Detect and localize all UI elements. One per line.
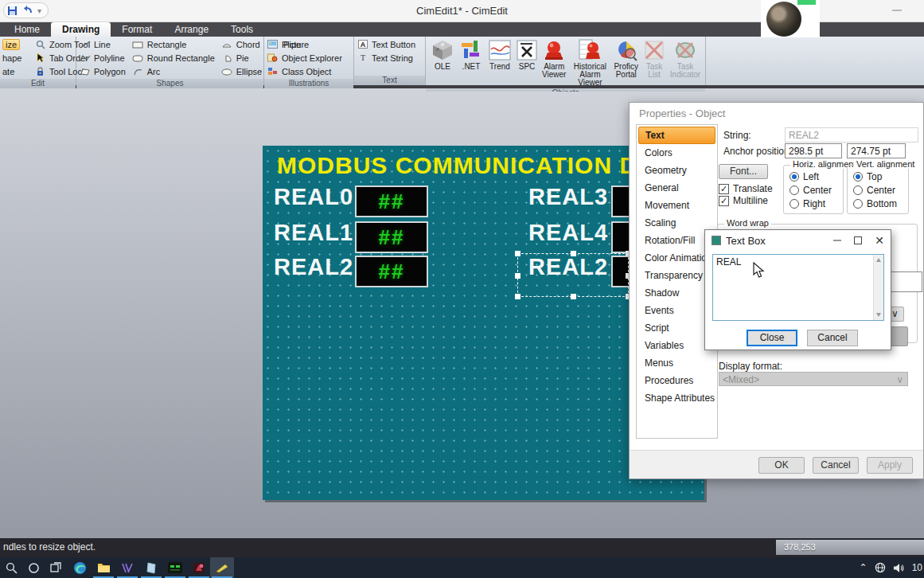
clock[interactable]: 10 <box>912 562 922 573</box>
anchor-x-input[interactable]: 298.5 pt <box>785 143 842 158</box>
proficy-portal-button[interactable]: Proficy Portal <box>611 37 641 80</box>
tab-arrange[interactable]: Arrange <box>163 22 220 37</box>
object-explorer-button[interactable]: Object Explorer <box>267 51 351 64</box>
tab-format[interactable]: Format <box>111 22 163 37</box>
value-display-real1[interactable]: ## <box>355 221 428 253</box>
horiz-right-radio[interactable]: Right <box>789 197 843 210</box>
tab-home[interactable]: Home <box>3 22 51 37</box>
webcam-overlay <box>761 0 820 37</box>
cimplicity-project-icon[interactable] <box>167 560 183 576</box>
polygon-button[interactable]: Polygon <box>79 64 126 78</box>
vert-center-radio[interactable]: Center <box>853 183 908 197</box>
expression-input-fragment[interactable] <box>891 271 922 292</box>
tab-tools[interactable]: Tools <box>220 22 264 37</box>
text-button-button[interactable]: AText Button <box>357 37 423 51</box>
lock-icon <box>34 67 46 76</box>
textbox-maximize-icon[interactable] <box>854 236 862 244</box>
font-button[interactable]: Font... <box>719 164 768 179</box>
purple-app-icon[interactable] <box>119 560 135 576</box>
rotate-tool-button[interactable]: ate <box>2 64 31 78</box>
pie-icon <box>221 53 233 62</box>
resize-tool-button[interactable]: ize <box>2 39 20 50</box>
selection-handle-w[interactable] <box>515 273 520 279</box>
text-box-textarea[interactable]: REAL <box>712 254 884 321</box>
textbox-minimize-icon[interactable] <box>833 240 841 241</box>
display-format-label: Display format: <box>719 361 782 372</box>
spc-button[interactable]: SPC <box>514 37 540 72</box>
ok-button[interactable]: OK <box>758 457 805 474</box>
multiline-checkbox[interactable]: ✓Multiline <box>719 195 768 206</box>
dotnet-button[interactable]: .NET <box>457 37 485 72</box>
document-app-icon[interactable] <box>143 560 159 576</box>
canvas-text-real4[interactable]: REAL4 <box>528 220 608 246</box>
textbox-close-icon[interactable]: ✕ <box>875 235 884 246</box>
value-display-real0[interactable]: ## <box>355 186 428 217</box>
pie-button[interactable]: Pie <box>221 51 262 64</box>
canvas-text-real0[interactable]: REAL0 <box>274 184 353 210</box>
picture-button[interactable]: Picture <box>267 37 351 51</box>
textbox-cancel-button[interactable]: Cancel <box>807 330 858 346</box>
selection-handle-sw[interactable] <box>515 294 520 299</box>
rectangle-button[interactable]: Rectangle <box>132 37 215 51</box>
canvas-text-real1[interactable]: REAL1 <box>274 220 353 246</box>
task-view-icon[interactable] <box>48 560 64 576</box>
selection-handle-s[interactable] <box>571 294 576 299</box>
historical-alarm-viewer-button[interactable]: Historical Alarm Viewer <box>568 37 611 88</box>
props-tab-procedures[interactable]: Procedures <box>638 372 715 389</box>
scroll-up-icon[interactable] <box>876 258 881 262</box>
selection-outline[interactable] <box>517 253 629 297</box>
props-tab-geometry[interactable]: Geometry <box>638 162 715 179</box>
group-label-text: Text <box>354 76 425 85</box>
edge-icon[interactable] <box>72 560 88 576</box>
trend-button[interactable]: Trend <box>485 37 514 72</box>
canvas-text-real2[interactable]: REAL2 <box>274 254 353 280</box>
cimedit-app-icon[interactable] <box>214 560 230 576</box>
minimize-icon[interactable] <box>892 10 902 11</box>
props-tab-movement[interactable]: Movement <box>638 197 715 214</box>
line-button[interactable]: Line <box>79 37 126 51</box>
workbench-icon[interactable] <box>191 560 207 576</box>
anchor-position-label: Anchor position: <box>723 146 792 157</box>
selection-handle-nw[interactable] <box>515 251 520 256</box>
ole-button[interactable]: OLE <box>428 37 457 72</box>
horiz-center-radio[interactable]: Center <box>789 183 843 197</box>
ellipse-button[interactable]: Ellipse <box>221 64 262 78</box>
picture-icon <box>267 40 279 49</box>
props-tab-colors[interactable]: Colors <box>638 144 715 162</box>
arc-button[interactable]: Arc <box>132 64 215 78</box>
round-rectangle-icon <box>132 53 144 62</box>
props-tab-menus[interactable]: Menus <box>638 354 715 372</box>
cortana-icon[interactable] <box>25 560 41 576</box>
vert-top-radio[interactable]: Top <box>853 170 908 183</box>
scroll-down-icon[interactable] <box>876 313 881 317</box>
polyline-button[interactable]: Polyline <box>79 51 126 64</box>
canvas-heading[interactable]: MODBUS COMMUNICATION D <box>277 152 637 179</box>
props-tab-general[interactable]: General <box>638 179 715 197</box>
textarea-scrollbar[interactable] <box>873 255 883 320</box>
props-tab-shape-attributes[interactable]: Shape Attributes <box>638 389 715 407</box>
volume-icon[interactable] <box>893 563 905 573</box>
round-rectangle-button[interactable]: Round Rectangle <box>132 51 215 64</box>
tray-chevron-icon[interactable]: ⌃ <box>860 562 867 573</box>
group-label-illustrations: Illustrations <box>264 79 353 88</box>
alarm-viewer-button[interactable]: Alarm Viewer <box>540 37 568 80</box>
props-tab-text[interactable]: Text <box>638 127 715 144</box>
class-object-button[interactable]: Class Object <box>267 64 351 78</box>
vert-bottom-radio[interactable]: Bottom <box>853 197 908 210</box>
text-string-button[interactable]: TText String <box>357 51 423 64</box>
translate-checkbox[interactable]: ✓Translate <box>719 183 773 194</box>
text-box-title-bar[interactable]: Text Box ✕ <box>705 230 891 251</box>
search-icon[interactable] <box>3 560 19 576</box>
value-display-real2[interactable]: ## <box>355 256 428 287</box>
horiz-left-radio[interactable]: Left <box>789 170 843 183</box>
close-button[interactable]: Close <box>747 330 797 346</box>
file-explorer-icon[interactable] <box>96 560 111 576</box>
network-globe-icon[interactable] <box>875 562 886 573</box>
canvas-text-real3[interactable]: REAL3 <box>528 184 608 210</box>
selection-handle-n[interactable] <box>571 251 576 256</box>
cancel-button[interactable]: Cancel <box>813 457 859 474</box>
reshape-tool-button[interactable]: hape <box>2 51 31 64</box>
anchor-y-input[interactable]: 274.75 pt <box>847 143 906 158</box>
tab-drawing[interactable]: Drawing <box>51 22 111 37</box>
chord-button[interactable]: Chord <box>221 37 262 51</box>
